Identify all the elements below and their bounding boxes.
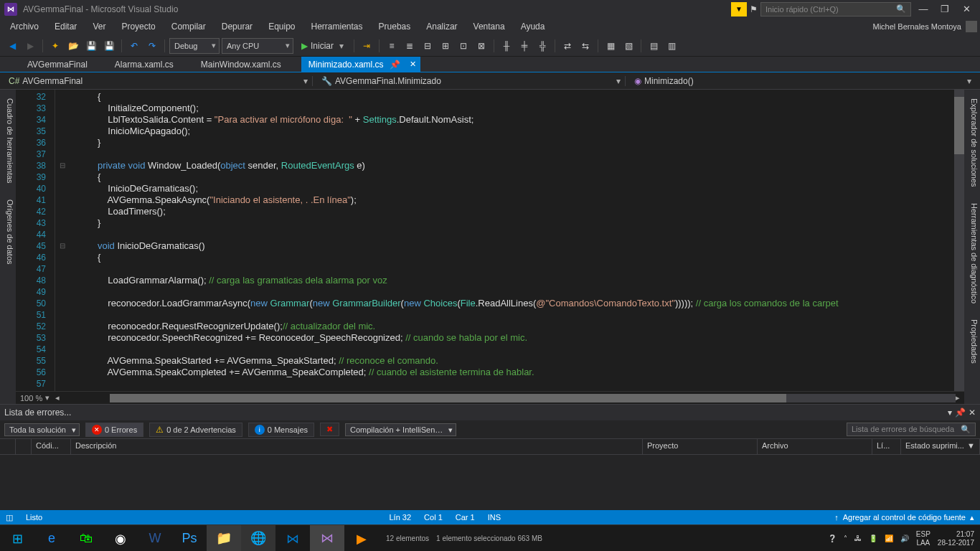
- tool-button[interactable]: ▧: [621, 38, 636, 54]
- tool-button[interactable]: ≣: [402, 38, 418, 54]
- build-combo[interactable]: Compilación + IntelliSen…: [345, 423, 456, 436]
- tool-button[interactable]: ╬: [534, 38, 550, 54]
- menu-depurar[interactable]: Depurar: [215, 19, 260, 34]
- network-icon[interactable]: 🖧: [854, 534, 862, 542]
- project-combo[interactable]: C# AVGemmaFinal▾: [4, 76, 313, 86]
- menu-herramientas[interactable]: Herramientas: [304, 19, 370, 34]
- volume-icon[interactable]: 🔊: [900, 534, 909, 542]
- tool-button[interactable]: ⇆: [578, 38, 593, 54]
- forward-button[interactable]: ▶: [22, 38, 38, 54]
- start-button[interactable]: ▶Iniciar▾: [296, 38, 349, 54]
- tool-button[interactable]: ▥: [664, 38, 679, 54]
- col-description[interactable]: Descripción: [71, 439, 643, 454]
- step-button[interactable]: ⇥: [359, 38, 374, 54]
- user-name[interactable]: Michel Bernales Montoya: [872, 22, 961, 31]
- store-icon[interactable]: 🛍: [69, 525, 103, 552]
- scope-combo[interactable]: Toda la solución: [4, 423, 80, 436]
- col-severity[interactable]: [16, 439, 32, 454]
- menu-pruebas[interactable]: Pruebas: [372, 19, 418, 34]
- col-icon[interactable]: [0, 439, 16, 454]
- col-suppressed[interactable]: Estado suprimi...▼: [901, 439, 980, 454]
- photoshop-icon[interactable]: Ps: [172, 525, 207, 552]
- app-icon[interactable]: ◉: [103, 525, 138, 552]
- media-icon[interactable]: ▶: [344, 525, 379, 552]
- menu-compilar[interactable]: Compilar: [164, 19, 213, 34]
- horizontal-scrollbar[interactable]: [110, 394, 956, 402]
- warnings-filter[interactable]: ⚠0 de 2 Advertencias: [149, 423, 242, 437]
- tool-button[interactable]: ▦: [603, 38, 618, 54]
- visualstudio-icon[interactable]: ⋈: [310, 525, 344, 552]
- new-project-button[interactable]: ✦: [47, 38, 63, 54]
- messages-filter[interactable]: i0 Mensajes: [248, 423, 314, 437]
- col-line[interactable]: Lí...: [872, 439, 901, 454]
- chrome-icon[interactable]: 🌐: [241, 525, 275, 552]
- battery-icon[interactable]: 🔋: [869, 534, 877, 542]
- errorlist-search[interactable]: Lista de errores de búsqueda🔍: [847, 423, 976, 436]
- redo-button[interactable]: ↷: [144, 38, 160, 54]
- help-icon[interactable]: ❔: [828, 534, 837, 542]
- quick-launch-input[interactable]: Inicio rápido (Ctrl+Q)🔍: [760, 2, 911, 17]
- class-combo[interactable]: 🔧 AVGemmaFinal.Minimizado▾: [317, 76, 626, 86]
- rail-diagnostics[interactable]: Herramientas de diagnóstico: [966, 199, 979, 308]
- menu-ver[interactable]: Ver: [85, 19, 113, 34]
- code-area[interactable]: { InitializeComponent(); LblTextoSalida.…: [70, 90, 964, 391]
- zoom-level[interactable]: 100 %: [20, 394, 42, 402]
- start-menu-button[interactable]: ⊞: [0, 525, 34, 552]
- undo-button[interactable]: ↶: [126, 38, 142, 54]
- rail-datasources[interactable]: Orígenes de datos: [1, 195, 14, 269]
- tool-button[interactable]: ⊞: [438, 38, 453, 54]
- platform-combo[interactable]: Any CPU: [222, 38, 293, 54]
- tab-minimizado[interactable]: Minimizado.xaml.cs📌✕: [301, 57, 420, 72]
- rail-solution-explorer[interactable]: Explorador de soluciones: [966, 94, 979, 192]
- build-filter[interactable]: ✖: [320, 423, 339, 436]
- menu-proyecto[interactable]: Proyecto: [114, 19, 162, 34]
- minimize-button[interactable]: —: [914, 4, 933, 14]
- member-combo[interactable]: ◉ Minimizado()▾: [630, 76, 976, 86]
- tab-avgemmafinal[interactable]: AVGemmaFinal: [20, 57, 108, 72]
- rail-properties[interactable]: Propiedades: [966, 315, 979, 368]
- language-indicator[interactable]: ESPLAA: [916, 530, 930, 547]
- save-button[interactable]: 💾: [83, 38, 99, 54]
- tray-chevron-icon[interactable]: ˄: [844, 534, 847, 542]
- vscode-icon[interactable]: ⋈: [275, 525, 310, 552]
- ie-icon[interactable]: e: [34, 525, 69, 552]
- clock[interactable]: 21:0728-12-2017: [938, 530, 974, 547]
- col-file[interactable]: Archivo: [758, 439, 872, 454]
- open-button[interactable]: 📂: [65, 38, 81, 54]
- tab-alarma[interactable]: Alarma.xaml.cs: [108, 57, 194, 72]
- menu-editar[interactable]: Editar: [47, 19, 84, 34]
- col-code[interactable]: Códi...: [32, 439, 71, 454]
- publish-icon[interactable]: ↑: [834, 513, 839, 522]
- tool-button[interactable]: ⊡: [456, 38, 471, 54]
- menu-analizar[interactable]: Analizar: [419, 19, 464, 34]
- user-avatar-icon[interactable]: [966, 21, 977, 32]
- tool-button[interactable]: ▤: [646, 38, 661, 54]
- close-button[interactable]: ✕: [957, 4, 976, 14]
- config-combo[interactable]: Debug: [169, 38, 220, 54]
- rail-toolbox[interactable]: Cuadro de herramientas: [1, 94, 14, 188]
- tab-mainwindow[interactable]: MainWindow.xaml.cs: [194, 57, 301, 72]
- source-control[interactable]: Agregar al control de código fuente: [843, 513, 966, 522]
- tool-button[interactable]: ≡: [384, 38, 400, 54]
- tool-button[interactable]: ⊟: [420, 38, 435, 54]
- close-icon[interactable]: ✕: [969, 408, 976, 418]
- explorer-icon[interactable]: 📁: [207, 525, 241, 552]
- wifi-icon[interactable]: 📶: [885, 534, 893, 542]
- filter-icon[interactable]: ▼: [967, 441, 975, 452]
- menu-equipo[interactable]: Equipo: [261, 19, 302, 34]
- flag-icon[interactable]: ⚑: [750, 4, 758, 14]
- tool-button[interactable]: ⇄: [560, 38, 575, 54]
- col-project[interactable]: Proyecto: [643, 439, 758, 454]
- tool-button[interactable]: ╪: [517, 38, 532, 54]
- errors-filter[interactable]: ✕0 Errores: [85, 423, 143, 437]
- word-icon[interactable]: W: [138, 525, 172, 552]
- menu-ayuda[interactable]: Ayuda: [514, 19, 552, 34]
- back-button[interactable]: ◀: [4, 38, 20, 54]
- pin-icon[interactable]: 📌: [955, 408, 966, 418]
- menu-archivo[interactable]: Archivo: [3, 19, 46, 34]
- fold-column[interactable]: ⊟⊟: [55, 90, 70, 391]
- code-editor[interactable]: 3233343536373839404142434445464748495051…: [16, 90, 964, 391]
- dropdown-icon[interactable]: ▾: [948, 408, 952, 418]
- tool-button[interactable]: ╫: [499, 38, 514, 54]
- vertical-scrollbar[interactable]: [954, 90, 964, 391]
